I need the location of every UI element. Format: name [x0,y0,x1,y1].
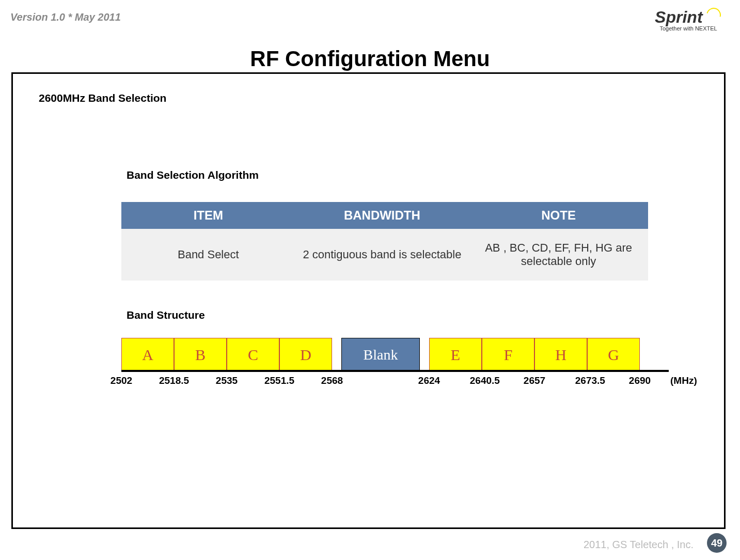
freq-2624: 2624 [418,375,440,386]
algorithm-table: ITEM BANDWIDTH NOTE Band Select 2 contig… [121,202,648,281]
freq-2640: 2640.5 [470,375,500,386]
band-underline [121,370,669,372]
band-blank: Blank [341,338,420,372]
subsection-algorithm-title: Band Selection Algorithm [127,169,703,181]
band-b: B [174,338,227,372]
freq-2502: 2502 [111,375,132,386]
th-item: ITEM [121,202,295,229]
page-number: 49 [707,533,727,553]
freq-2551: 2551.5 [264,375,294,386]
footer-copyright: 2011, GS Teletech , Inc. [584,539,694,551]
band-a: A [121,338,174,372]
freq-unit: (MHz) [670,375,697,386]
version-text: Version 1.0 * May 2011 [10,11,121,23]
band-structure-diagram: A B C D Blank E F H G 2502 2518.5 2535 2… [121,338,669,391]
band-c: C [227,338,279,372]
table-header-row: ITEM BANDWIDTH NOTE [121,202,648,229]
band-e: E [429,338,482,372]
th-note: NOTE [469,202,648,229]
content-box: 2600MHz Band Selection Band Selection Al… [11,72,726,529]
band-row: A B C D Blank E F H G [121,338,669,372]
subsection-structure-title: Band Structure [127,309,703,321]
logo-swoosh-icon [706,8,722,23]
section-title: 2600MHz Band Selection [39,92,703,104]
logo-text: Sprint [655,8,702,26]
frequency-labels: 2502 2518.5 2535 2551.5 2568 2624 2640.5… [121,375,669,391]
freq-2690: 2690 [629,375,651,386]
sprint-logo: Sprint Together with NEXTEL [655,8,722,32]
band-h: H [534,338,587,372]
page-title: RF Configuration Menu [0,46,740,71]
band-f: F [482,338,534,372]
freq-2518: 2518.5 [159,375,189,386]
band-g: G [587,338,640,372]
band-d: D [279,338,332,372]
td-item: Band Select [121,229,295,281]
logo-subtitle: Together with NEXTEL [655,25,722,32]
td-bandwidth: 2 contiguous band is selectable [295,229,469,281]
freq-2568: 2568 [321,375,343,386]
table-row: Band Select 2 contiguous band is selecta… [121,229,648,281]
td-note: AB , BC, CD, EF, FH, HG are selectable o… [469,229,648,281]
freq-2657: 2657 [524,375,545,386]
th-bandwidth: BANDWIDTH [295,202,469,229]
freq-2673: 2673.5 [575,375,605,386]
freq-2535: 2535 [216,375,238,386]
